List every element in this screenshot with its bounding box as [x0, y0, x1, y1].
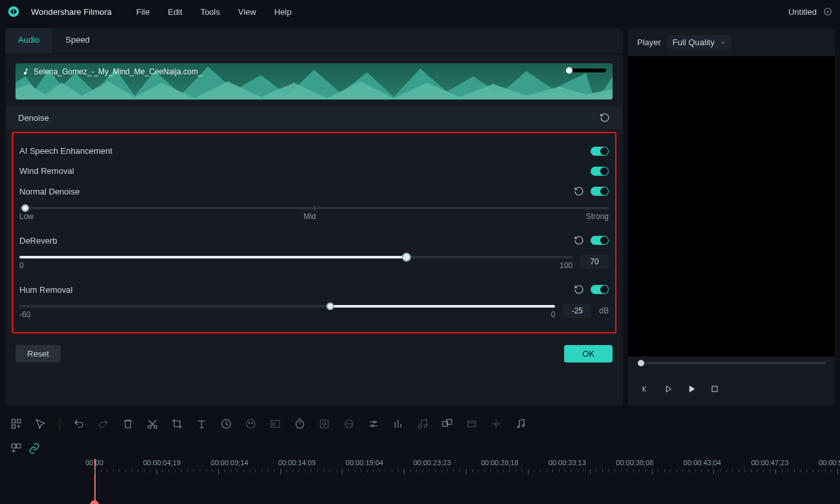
hum-removal-max: 0	[551, 310, 556, 319]
svg-point-0	[8, 6, 19, 17]
audio-waveform[interactable]: Selena_Gomez_-_My_Mind_Me_CeeNaija.com_	[16, 63, 613, 100]
menu-tools[interactable]: Tools	[200, 7, 220, 17]
hum-removal-value[interactable]: -25	[563, 304, 591, 318]
cut-icon[interactable]	[147, 418, 158, 430]
hum-removal-reset-icon[interactable]	[574, 284, 584, 295]
menu-view[interactable]: View	[238, 7, 256, 17]
menu-file[interactable]: File	[136, 7, 150, 17]
waveform-scrollbar[interactable]	[567, 68, 606, 72]
ai-speech-toggle[interactable]	[591, 147, 609, 156]
tab-audio[interactable]: Audio	[5, 28, 52, 54]
timeline-stamp: 00:00	[85, 459, 103, 467]
hum-removal-min: -60	[19, 310, 30, 319]
svg-rect-5	[12, 425, 15, 428]
svg-point-18	[372, 425, 373, 427]
app-name: Wondershare Filmora	[31, 7, 112, 17]
dereverb-min: 0	[19, 261, 24, 270]
timeline-marker[interactable]	[89, 500, 100, 504]
timeline-stamp: 00:00:43;04	[684, 459, 721, 467]
hum-removal-toggle[interactable]	[591, 285, 609, 294]
play-loop-icon[interactable]	[663, 384, 673, 394]
group-icon[interactable]	[441, 418, 453, 430]
svg-rect-28	[17, 444, 21, 448]
svg-point-24	[495, 423, 498, 426]
timeline-stamp: 00:00:23;23	[414, 459, 451, 467]
player-scrub-slider[interactable]	[637, 362, 826, 364]
stop-icon[interactable]	[709, 384, 720, 394]
svg-point-7	[154, 425, 157, 428]
timeline-stamp: 00:00:19;04	[346, 459, 383, 467]
timeline-ruler[interactable]: 00:0000:00:04;1900:00:09;1400:00:14;0900…	[81, 459, 830, 481]
delete-icon[interactable]	[122, 418, 134, 430]
link-icon[interactable]	[28, 443, 40, 454]
player-preview[interactable]	[628, 56, 835, 357]
timeline-stamp: 00:00:38;08	[616, 459, 653, 467]
normal-denoise-low: Low	[19, 212, 34, 221]
keyframe-icon[interactable]	[319, 418, 330, 430]
toolbar-separator	[59, 418, 60, 430]
select-tool-icon[interactable]	[35, 418, 47, 430]
dereverb-slider[interactable]	[19, 256, 572, 258]
svg-point-10	[249, 422, 250, 423]
tab-speed[interactable]: Speed	[52, 28, 103, 54]
render-icon[interactable]	[466, 418, 478, 430]
undo-icon[interactable]	[73, 418, 85, 430]
dereverb-reset-icon[interactable]	[574, 235, 584, 246]
svg-point-26	[522, 425, 524, 427]
redo-icon[interactable]	[98, 418, 109, 430]
ok-button[interactable]: OK	[564, 345, 613, 362]
timer-icon[interactable]	[294, 418, 306, 430]
reset-denoise-icon[interactable]	[600, 112, 610, 123]
reset-button[interactable]: Reset	[16, 345, 61, 362]
quality-select[interactable]: Full Quality	[667, 35, 731, 50]
denoise-settings-group: AI Speech Enhancement Wind Removal Norma…	[12, 132, 616, 333]
timeline-stamp: 00:00:52;18	[819, 459, 840, 467]
beat-icon[interactable]	[515, 418, 527, 430]
document-title: Untitled	[788, 7, 817, 17]
audio-detach-icon[interactable]	[417, 418, 428, 430]
dereverb-toggle[interactable]	[591, 236, 609, 245]
svg-rect-23	[468, 421, 476, 427]
timeline-stamp: 00:00:47;23	[751, 459, 788, 467]
section-denoise-header[interactable]: Denoise	[6, 106, 622, 129]
menu-bar: File Edit Tools View Help	[136, 7, 291, 17]
svg-rect-15	[320, 420, 328, 428]
normal-denoise-reset-icon[interactable]	[574, 186, 584, 196]
timeline-stamp: 00:00:28;18	[481, 459, 518, 467]
timeline-tracks[interactable]	[81, 481, 830, 504]
hum-removal-unit: dB	[599, 306, 609, 315]
track-add-icon[interactable]	[10, 443, 22, 454]
speed-icon[interactable]	[220, 418, 232, 430]
normal-denoise-slider[interactable]	[19, 207, 609, 209]
text-icon[interactable]	[196, 418, 207, 430]
dereverb-value[interactable]: 70	[580, 255, 609, 269]
hum-removal-label: Hum Removal	[19, 285, 72, 295]
timeline-stamp: 00:00:09;14	[211, 459, 248, 467]
play-icon[interactable]	[686, 384, 697, 394]
mask-icon[interactable]	[343, 418, 355, 430]
crop-icon[interactable]	[171, 418, 183, 430]
audio-mixer-icon[interactable]	[392, 418, 404, 430]
normal-denoise-strong: Strong	[586, 212, 609, 221]
hum-removal-slider[interactable]	[19, 305, 555, 308]
menu-edit[interactable]: Edit	[168, 7, 182, 17]
greenscreen-icon[interactable]	[269, 418, 281, 430]
editor-tabs: Audio Speed	[5, 28, 623, 54]
title-bar: Wondershare Filmora File Edit Tools View…	[0, 0, 840, 23]
motion-icon[interactable]	[490, 418, 502, 430]
dereverb-label: DeReverb	[19, 236, 58, 246]
section-denoise-label: Denoise	[18, 113, 49, 123]
color-icon[interactable]	[245, 418, 257, 430]
menu-help[interactable]: Help	[274, 7, 291, 17]
normal-denoise-toggle[interactable]	[591, 187, 609, 196]
normal-denoise-mid: Mid	[304, 212, 316, 221]
svg-point-25	[518, 426, 520, 428]
wind-removal-toggle[interactable]	[591, 167, 609, 176]
svg-rect-27	[12, 444, 16, 448]
svg-rect-3	[12, 419, 15, 423]
dereverb-max: 100	[560, 261, 572, 270]
app-logo-icon	[8, 6, 19, 17]
adjust-icon[interactable]	[368, 418, 379, 430]
add-track-icon[interactable]	[10, 418, 22, 430]
prev-frame-icon[interactable]	[640, 384, 650, 394]
